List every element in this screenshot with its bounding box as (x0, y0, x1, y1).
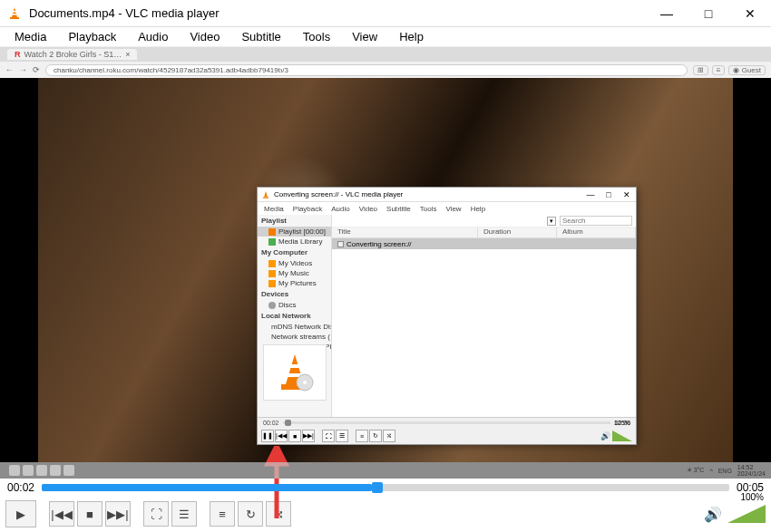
menu-help[interactable]: Help (388, 28, 434, 45)
inner-menu-view[interactable]: View (441, 205, 465, 213)
taskbar-weather: ☀ 3°C (687, 467, 705, 474)
taskbar-lang: ENG (718, 468, 732, 474)
sidebar-item-my-videos[interactable]: My Videos (258, 258, 331, 268)
svg-rect-0 (13, 11, 16, 13)
menu-tools[interactable]: Tools (292, 28, 341, 45)
inner-seek-bar[interactable] (283, 421, 611, 424)
inner-prev-button[interactable]: |◀◀ (275, 430, 288, 442)
taskbar-app-icon (23, 465, 34, 476)
album-art (263, 344, 327, 401)
volume-slider[interactable] (727, 505, 766, 523)
vlc-cone-icon (261, 190, 270, 199)
close-button[interactable]: ✕ (729, 0, 771, 27)
inner-shuffle-button[interactable]: ⤮ (383, 430, 395, 442)
menu-bar: Media Playback Audio Video Subtitle Tool… (0, 27, 771, 47)
inner-minimize-button[interactable]: — (581, 190, 600, 199)
inner-playlist-button[interactable]: ≡ (356, 430, 368, 442)
inner-loop-button[interactable]: ↻ (369, 430, 382, 442)
video-area[interactable]: R Watch 2 Broke Girls - S1… × ← → ⟳ chan… (0, 47, 771, 479)
file-icon (337, 241, 344, 247)
maximize-button[interactable]: □ (688, 0, 729, 27)
inner-maximize-button[interactable]: □ (600, 190, 618, 199)
browser-reader-icon: ≡ (712, 65, 726, 75)
inner-volume-pct: 125% (614, 420, 630, 426)
sidebar-item-media-library[interactable]: Media Library (258, 237, 331, 247)
sidebar-item-mdns[interactable]: mDNS Network Dis… (258, 322, 331, 332)
inner-volume-slider[interactable] (612, 430, 632, 441)
stop-button[interactable]: ■ (77, 501, 102, 527)
menu-video[interactable]: Video (179, 28, 230, 45)
col-album[interactable]: Album (557, 227, 636, 237)
inner-ext-settings-button[interactable]: ☰ (336, 430, 348, 442)
inner-fullscreen-button[interactable]: ⛶ (322, 430, 335, 442)
inner-menu-media[interactable]: Media (259, 205, 288, 213)
taskbar: ☀ 3°C ^ ENG 14:522024/1/24 (0, 462, 771, 479)
inner-menu-subtitle[interactable]: Subtitle (382, 205, 415, 213)
menu-playback[interactable]: Playback (57, 28, 127, 45)
controls-bar: ▶ |◀◀ ■ ▶▶| ⛶ ☰ ≡ ↻ ⤮ 🔊 100% (0, 497, 771, 531)
browser-chrome: R Watch 2 Broke Girls - S1… × ← → ⟳ chan… (0, 47, 771, 78)
inner-vlc-window: Converting screen:// - VLC media player … (257, 187, 637, 445)
inner-time-current: 00:02 (263, 420, 279, 426)
svg-rect-1 (13, 14, 17, 15)
sidebar-item-my-pictures[interactable]: My Pictures (258, 278, 331, 288)
inner-menu-help[interactable]: Help (466, 205, 490, 213)
nav-fwd-icon: → (19, 65, 27, 74)
svg-rect-4 (289, 364, 300, 368)
inner-next-button[interactable]: ▶▶| (302, 430, 315, 442)
browser-grid-icon: ⊞ (693, 65, 708, 75)
inner-menu-audio[interactable]: Audio (327, 205, 354, 213)
playlist-list: Converting screen:// (332, 238, 636, 418)
menu-subtitle[interactable]: Subtitle (230, 28, 291, 45)
taskbar-app-icon (50, 465, 61, 476)
svg-rect-3 (263, 197, 268, 198)
inner-pause-button[interactable]: ❚❚ (261, 430, 274, 442)
inner-controls: 00:02 00:00 ❚❚ |◀◀ ■ ▶▶| ⛶ ☰ ≡ ↻ ⤮ 🔊 1 (258, 417, 636, 444)
next-button[interactable]: ▶▶| (105, 501, 131, 527)
inner-speaker-icon[interactable]: 🔊 (600, 431, 610, 440)
inner-stop-button[interactable]: ■ (288, 430, 301, 442)
menu-view[interactable]: View (341, 28, 388, 45)
col-title[interactable]: Title (332, 227, 478, 237)
taskbar-clock: 14:522024/1/24 (737, 464, 766, 477)
inner-close-button[interactable]: ✕ (618, 190, 636, 199)
prev-button[interactable]: |◀◀ (49, 501, 74, 527)
playlist-row[interactable]: Converting screen:// (332, 238, 636, 249)
title-bar: Documents.mp4 - VLC media player — □ ✕ (0, 0, 771, 27)
menu-media[interactable]: Media (4, 28, 57, 45)
loop-button[interactable]: ↻ (238, 501, 263, 527)
sidebar-hdr-network: Local Network (258, 310, 331, 322)
inner-title-bar: Converting screen:// - VLC media player … (258, 188, 636, 202)
menu-audio[interactable]: Audio (127, 28, 179, 45)
minimize-button[interactable]: — (646, 0, 688, 27)
view-toggle-icon[interactable]: ▾ (547, 217, 556, 226)
window-title: Documents.mp4 - VLC media player (29, 6, 646, 20)
sidebar-hdr-devices: Devices (258, 288, 331, 300)
play-button[interactable]: ▶ (5, 500, 36, 527)
inner-menu-bar: Media Playback Audio Video Subtitle Tool… (258, 202, 636, 215)
browser-guest-chip: ◉ Guest (728, 65, 766, 75)
playlist-columns: Title Duration Album (332, 227, 636, 238)
playlist-button[interactable]: ≡ (210, 501, 235, 527)
fullscreen-button[interactable]: ⛶ (143, 501, 169, 527)
sidebar-item-discs[interactable]: Discs (258, 300, 331, 310)
inner-menu-video[interactable]: Video (355, 205, 382, 213)
seek-row: 00:02 00:05 (0, 479, 771, 497)
sidebar-hdr-playlist: Playlist (258, 215, 331, 227)
taskbar-start-icon (9, 465, 20, 476)
nav-back-icon: ← (5, 65, 14, 74)
taskbar-tray-icon: ^ (709, 468, 712, 474)
search-input[interactable] (560, 216, 632, 226)
speaker-icon[interactable]: 🔊 (704, 506, 722, 523)
vlc-cone-icon (7, 6, 22, 21)
shuffle-button[interactable]: ⤮ (266, 501, 291, 527)
sidebar-item-streams[interactable]: Network streams (… (258, 332, 331, 342)
inner-menu-tools[interactable]: Tools (415, 205, 442, 213)
ext-settings-button[interactable]: ☰ (171, 501, 197, 527)
inner-menu-playback[interactable]: Playback (288, 205, 327, 213)
sidebar-item-my-music[interactable]: My Music (258, 268, 331, 278)
sidebar-hdr-computer: My Computer (258, 247, 331, 258)
seek-bar[interactable] (42, 484, 729, 491)
col-duration[interactable]: Duration (478, 227, 557, 237)
sidebar-item-playlist[interactable]: Playlist [00:00] (258, 227, 331, 237)
